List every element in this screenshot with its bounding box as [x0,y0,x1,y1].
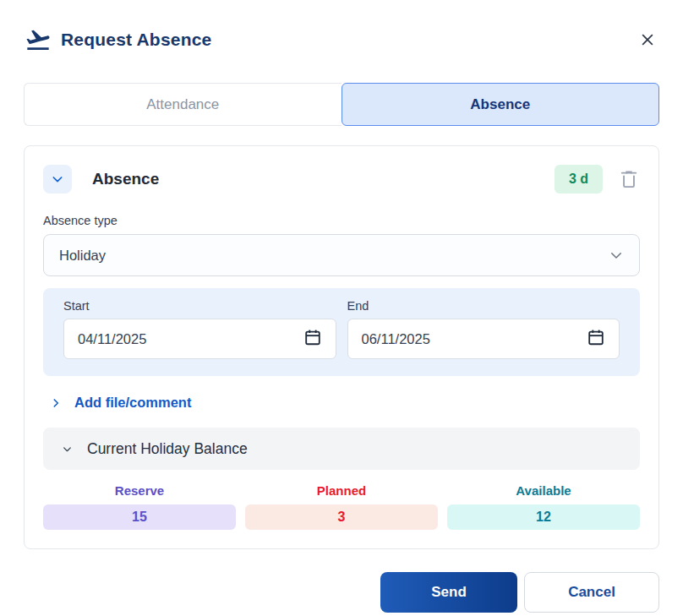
modal-footer: Send Cancel [24,572,659,613]
add-file-comment-toggle[interactable]: Add file/comment [43,395,191,411]
duration-badge: 3 d [555,165,603,194]
close-button[interactable] [636,28,659,52]
end-date-input[interactable]: 06/11/2025 [347,319,620,359]
end-date-label: End [347,299,620,313]
start-date-value: 04/11/2025 [78,331,146,347]
balance-item-reserve: Reserve 15 [43,483,236,530]
close-icon [639,31,656,48]
start-date-group: Start 04/11/2025 [63,299,336,359]
absence-card: Absence 3 d Absence type Holiday Start 0… [24,145,659,549]
chevron-down-icon [62,444,73,455]
absence-type-value: Holiday [59,248,106,264]
absence-type-label: Absence type [43,214,640,227]
tab-bar: Attendance Absence [24,83,659,126]
calendar-icon[interactable] [587,328,605,350]
dates-panel: Start 04/11/2025 End 06/11/2025 [43,288,640,376]
balance-value-chip: 12 [447,504,640,530]
end-date-group: End 06/11/2025 [347,299,620,359]
start-date-input[interactable]: 04/11/2025 [63,319,336,359]
add-file-comment-label: Add file/comment [74,395,191,411]
balance-value-chip: 3 [245,504,438,530]
holiday-balance-toggle[interactable]: Current Holiday Balance [43,428,640,470]
trash-icon [620,169,638,189]
chevron-down-icon [609,248,624,263]
balance-label: Reserve [43,483,236,498]
request-absence-modal: Request Absence Attendance Absence Absen… [0,0,683,616]
delete-absence-button[interactable] [618,167,640,191]
calendar-icon[interactable] [303,328,322,350]
send-button[interactable]: Send [380,572,517,613]
balance-label: Available [447,483,640,498]
modal-header: Request Absence [24,0,659,54]
balance-label: Planned [245,483,438,498]
holiday-balance-title: Current Holiday Balance [87,440,248,458]
balance-item-available: Available 12 [447,483,640,530]
start-date-label: Start [63,299,336,313]
balance-item-planned: Planned 3 [245,483,438,530]
chevron-right-icon [50,397,62,409]
balance-value-chip: 15 [43,504,236,530]
absence-type-select[interactable]: Holiday [43,234,640,276]
cancel-button[interactable]: Cancel [524,572,659,613]
end-date-value: 06/11/2025 [362,331,430,347]
collapse-card-button[interactable] [43,165,72,194]
modal-title: Request Absence [61,30,211,50]
chevron-down-icon [51,172,64,186]
tab-absence[interactable]: Absence [342,83,660,126]
plane-landing-icon [24,25,52,54]
tab-attendance[interactable]: Attendance [24,83,342,126]
absence-card-title: Absence [92,170,159,188]
absence-card-header: Absence 3 d [43,165,640,194]
balance-chips-row: Reserve 15 Planned 3 Available 12 [43,483,640,530]
